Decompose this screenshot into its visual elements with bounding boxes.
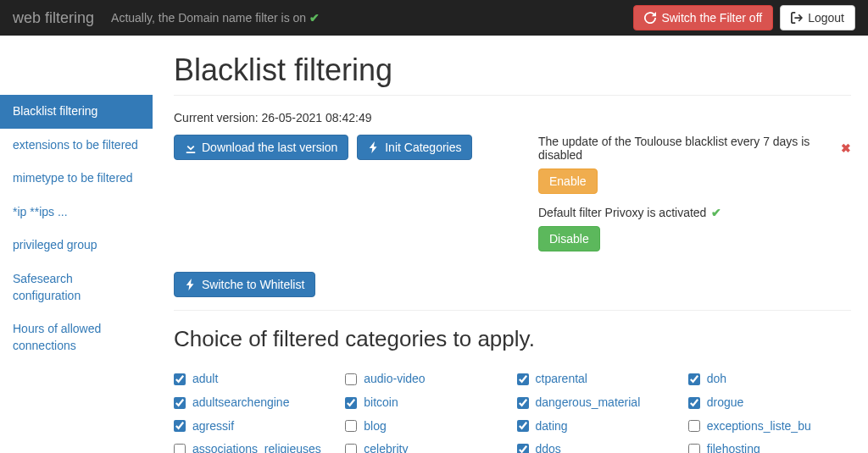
category-link-celebrity[interactable]: celebrity (364, 439, 408, 453)
bolt-icon (185, 279, 197, 290)
category-checkbox-ddos[interactable] (517, 444, 529, 453)
sidebar-item-mimetype-to-be-filtered[interactable]: mimetype to be filtered (0, 162, 153, 196)
category-link-bitcoin[interactable]: bitcoin (364, 393, 398, 413)
category-link-ddos[interactable]: ddos (536, 439, 561, 453)
default-filter-status: Default filter Privoxy is activated ✔ (538, 206, 851, 219)
enable-auto-update-button[interactable]: Enable (538, 168, 598, 194)
bolt-icon (368, 141, 380, 153)
category-link-dangerous_material[interactable]: dangerous_material (536, 393, 641, 413)
category-item-bitcoin: bitcoin (345, 391, 508, 415)
sidebar-item-hours-of-allowed-connections[interactable]: Hours of allowed connections (0, 312, 153, 362)
sidebar-item-blacklist-filtering[interactable]: Blacklist filtering (0, 95, 153, 129)
download-last-version-button[interactable]: Download the last version (174, 135, 348, 160)
category-checkbox-bitcoin[interactable] (345, 397, 357, 409)
category-checkbox-adult[interactable] (174, 373, 186, 385)
category-link-adult[interactable]: adult (192, 369, 218, 389)
category-checkbox-blog[interactable] (345, 420, 357, 432)
category-link-ctparental[interactable]: ctparental (536, 369, 587, 389)
category-item-drogue: drogue (688, 391, 851, 415)
sidebar-item-privileged-group[interactable]: privileged group (0, 229, 153, 262)
category-checkbox-doh[interactable] (688, 373, 700, 385)
category-item-doh: doh (688, 367, 851, 391)
category-checkbox-dating[interactable] (517, 420, 529, 432)
category-link-filehosting[interactable]: filehosting (707, 439, 760, 453)
check-icon: ✔ (711, 206, 721, 219)
logout-icon (791, 12, 803, 24)
disable-default-filter-button[interactable]: Disable (538, 226, 600, 251)
category-item-dangerous_material: dangerous_material (517, 391, 680, 415)
category-checkbox-audio-video[interactable] (345, 373, 357, 385)
category-item-ctparental: ctparental (517, 367, 680, 391)
categories-heading: Choice of filtered categories to apply. (174, 326, 851, 352)
category-item-blog: blog (345, 415, 508, 439)
category-item-celebrity: celebrity (345, 438, 508, 453)
check-icon: ✔ (309, 11, 320, 25)
app-brand: web filtering (13, 9, 94, 27)
sidebar-item-extensions-to-be-filtered[interactable]: extensions to be filtered (0, 129, 153, 163)
category-checkbox-adultsearchengine[interactable] (174, 397, 186, 409)
category-item-agressif: agressif (174, 415, 337, 439)
category-item-adult: adult (174, 367, 337, 391)
category-checkbox-ctparental[interactable] (517, 373, 529, 385)
sidebar-item--ip-ips-[interactable]: *ip **ips ... (0, 196, 153, 229)
category-checkbox-filehosting[interactable] (688, 444, 700, 453)
category-checkbox-exceptions_liste_bu[interactable] (688, 420, 700, 432)
category-link-doh[interactable]: doh (707, 369, 726, 389)
category-item-audio-video: audio-video (345, 367, 508, 391)
category-item-exceptions_liste_bu: exceptions_liste_bu (688, 415, 851, 439)
category-item-adultsearchengine: adultsearchengine (174, 391, 337, 415)
category-link-agressif[interactable]: agressif (192, 417, 234, 437)
sidebar-item-safesearch-configuration[interactable]: Safesearch configuration (0, 262, 153, 312)
category-link-associations_religieuses[interactable]: associations_religieuses (192, 439, 321, 453)
download-icon (185, 141, 197, 153)
category-item-filehosting: filehosting (688, 438, 851, 453)
version-info: Current version: 26-05-2021 08:42:49 (174, 111, 851, 124)
logout-button[interactable]: Logout (780, 5, 855, 30)
category-checkbox-associations_religieuses[interactable] (174, 444, 186, 453)
category-checkbox-dangerous_material[interactable] (517, 397, 529, 409)
switch-to-whitelist-button[interactable]: Switche to Whitelist (174, 272, 315, 297)
category-item-associations_religieuses: associations_religieuses (174, 438, 337, 453)
category-link-adultsearchengine[interactable]: adultsearchengine (192, 393, 289, 413)
x-icon: ✖ (841, 141, 851, 155)
category-checkbox-agressif[interactable] (174, 420, 186, 432)
category-item-dating: dating (517, 415, 680, 439)
page-title: Blacklist filtering (174, 52, 851, 88)
category-checkbox-drogue[interactable] (688, 397, 700, 409)
category-link-drogue[interactable]: drogue (707, 393, 744, 413)
category-link-audio-video[interactable]: audio-video (364, 369, 425, 389)
category-checkbox-celebrity[interactable] (345, 444, 357, 453)
init-categories-button[interactable]: Init Categories (357, 135, 472, 160)
switch-filter-off-button[interactable]: Switch the Filter off (633, 5, 773, 30)
filter-status-text: Actually, the Domain name filter is on ✔ (111, 11, 626, 25)
category-link-blog[interactable]: blog (364, 417, 386, 437)
auto-update-status: The update of the Toulouse blacklist eve… (538, 135, 851, 162)
category-link-exceptions_liste_bu[interactable]: exceptions_liste_bu (707, 417, 811, 437)
refresh-icon (644, 12, 656, 24)
category-link-dating[interactable]: dating (536, 417, 568, 437)
category-item-ddos: ddos (517, 438, 680, 453)
